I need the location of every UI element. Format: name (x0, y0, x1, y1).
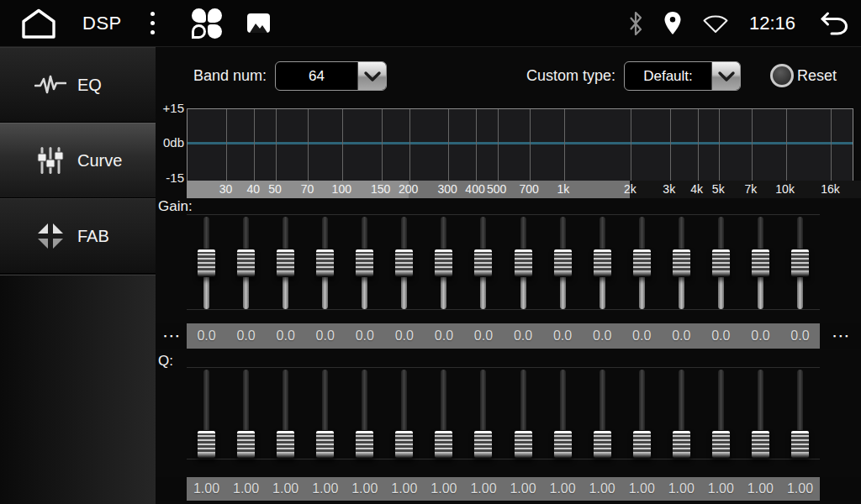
slider-thumb[interactable] (276, 430, 295, 459)
gain-values-row: 0.00.00.00.00.00.00.00.00.00.00.00.00.00… (187, 323, 820, 349)
gain-slider-4[interactable] (305, 215, 345, 309)
fab-arrows-icon (34, 221, 67, 251)
slider-thumb[interactable] (276, 249, 295, 277)
sidebar-item-eq[interactable]: EQ (0, 47, 156, 123)
q-slider-5[interactable] (345, 368, 384, 459)
gain-slider-5[interactable] (345, 215, 384, 309)
sidebar-item-curve[interactable]: Curve (0, 123, 156, 198)
q-slider-10[interactable] (543, 368, 583, 459)
home-icon[interactable] (20, 8, 57, 39)
slider-thumb[interactable] (394, 249, 414, 277)
gain-slider-16[interactable] (780, 215, 820, 309)
gain-slider-1[interactable] (187, 215, 226, 309)
slider-thumb[interactable] (553, 430, 573, 459)
gain-slider-13[interactable] (662, 215, 701, 309)
slider-thumb[interactable] (672, 249, 691, 277)
gain-slider-12[interactable] (622, 215, 662, 309)
q-slider-12[interactable] (622, 368, 662, 459)
grid-line (530, 109, 531, 181)
reset-radio[interactable] (770, 64, 794, 87)
gain-value-cell: 0.0 (305, 323, 345, 349)
slider-thumb[interactable] (197, 249, 216, 277)
gain-more-left-button[interactable]: ▪▪▪ (156, 323, 187, 349)
custom-type-dropdown[interactable]: Default: (624, 61, 741, 91)
grid-line (276, 109, 277, 181)
gain-slider-6[interactable] (384, 215, 424, 309)
slider-thumb[interactable] (751, 430, 770, 459)
q-slider-3[interactable] (266, 368, 305, 459)
grid-line (564, 109, 565, 181)
q-slider-7[interactable] (424, 368, 463, 459)
slider-thumb[interactable] (711, 430, 731, 459)
main-panel: Band num: 64 Custom type: Default: Reset… (156, 47, 861, 504)
slider-thumb[interactable] (514, 249, 533, 277)
slider-thumb[interactable] (315, 249, 335, 277)
q-slider-4[interactable] (305, 368, 345, 459)
q-slider-6[interactable] (384, 368, 424, 459)
eq-curve-plot[interactable] (187, 108, 853, 181)
frequency-axis-band[interactable]: 304050701001502003004005007001k2k3k4k5k7… (187, 181, 861, 198)
slider-thumb[interactable] (711, 249, 731, 277)
slider-thumb[interactable] (593, 430, 612, 459)
q-slider-11[interactable] (583, 368, 622, 459)
gain-slider-14[interactable] (701, 215, 741, 309)
q-value-cell: 1.00 (543, 477, 583, 501)
slider-thumb[interactable] (473, 430, 493, 459)
slider-thumb[interactable] (197, 430, 216, 459)
band-num-dropdown[interactable]: 64 (275, 61, 387, 91)
gain-slider-15[interactable] (741, 215, 780, 309)
chevron-down-icon[interactable] (357, 62, 386, 90)
slider-thumb[interactable] (790, 249, 810, 277)
back-icon[interactable] (816, 11, 849, 35)
slider-thumb[interactable] (632, 430, 652, 459)
chevron-down-icon[interactable] (711, 62, 740, 90)
q-slider-2[interactable] (226, 368, 266, 459)
freq-tick-label: 200 (399, 181, 418, 198)
slider-thumb[interactable] (790, 430, 810, 459)
slider-thumb[interactable] (236, 430, 256, 459)
reset-label: Reset (797, 61, 837, 91)
slider-thumb[interactable] (355, 430, 374, 459)
slider-thumb[interactable] (315, 430, 335, 459)
q-slider-15[interactable] (741, 368, 780, 459)
apps-clover-icon[interactable] (192, 8, 222, 39)
gain-slider-11[interactable] (583, 215, 622, 309)
q-slider-13[interactable] (662, 368, 701, 459)
slider-thumb[interactable] (751, 249, 770, 277)
slider-thumb[interactable] (473, 249, 493, 277)
gain-slider-3[interactable] (266, 215, 305, 309)
q-slider-9[interactable] (504, 368, 543, 459)
gain-slider-8[interactable] (463, 215, 503, 309)
slider-thumb[interactable] (672, 430, 691, 459)
slider-thumb[interactable] (434, 249, 453, 277)
gallery-icon[interactable] (247, 13, 270, 33)
slider-thumb[interactable] (514, 430, 533, 459)
gain-slider-2[interactable] (226, 215, 266, 309)
slider-thumb[interactable] (355, 249, 374, 277)
freq-tick-label: 40 (247, 181, 261, 198)
kebab-menu-icon[interactable] (147, 8, 158, 38)
gain-slider-10[interactable] (543, 215, 583, 309)
gain-more-right-button[interactable]: ▪▪▪ (820, 323, 861, 349)
y-axis-label-max: +15 (156, 101, 184, 115)
status-bar-right: 12:16 (628, 11, 849, 36)
q-slider-1[interactable] (187, 368, 226, 459)
slider-thumb[interactable] (434, 430, 453, 459)
gain-value-cell: 0.0 (345, 323, 384, 349)
q-value-cell: 1.00 (305, 477, 345, 501)
freq-tick-label: 300 (437, 181, 457, 198)
q-more-left-button[interactable] (156, 477, 187, 501)
slider-thumb[interactable] (632, 249, 652, 277)
slider-thumb[interactable] (236, 249, 256, 277)
q-slider-14[interactable] (701, 368, 741, 459)
gain-slider-9[interactable] (504, 215, 543, 309)
q-slider-16[interactable] (780, 368, 820, 459)
q-slider-8[interactable] (463, 368, 503, 459)
slider-thumb[interactable] (593, 249, 612, 277)
gain-value-cell: 0.0 (463, 323, 503, 349)
sidebar-item-fab[interactable]: FAB (0, 198, 156, 274)
gain-slider-7[interactable] (424, 215, 463, 309)
slider-thumb[interactable] (553, 249, 573, 277)
q-more-right-button[interactable] (820, 477, 861, 501)
slider-thumb[interactable] (394, 430, 414, 459)
